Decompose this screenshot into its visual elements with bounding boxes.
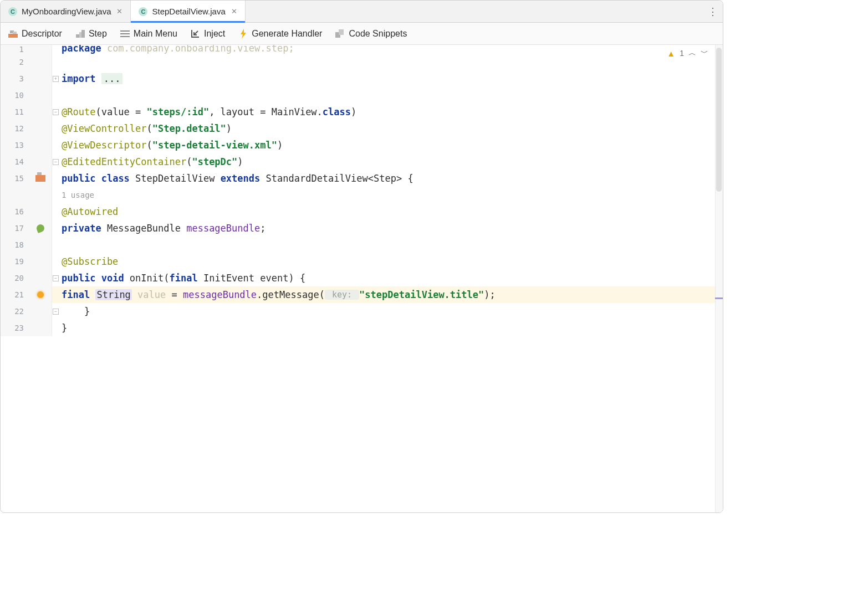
toolbar-label: Descriptor	[22, 29, 62, 39]
line-number: 10	[1, 87, 29, 104]
svg-rect-8	[120, 36, 130, 37]
line-number: 21	[1, 286, 29, 303]
toolbar-label: Main Menu	[134, 29, 177, 39]
line-number: 18	[1, 237, 29, 253]
editor-window: C MyOnboardingView.java ✕ C StepDetailVi…	[0, 0, 723, 513]
svg-rect-2	[13, 32, 17, 34]
code-snippets-button[interactable]: Code Snippets	[335, 29, 407, 39]
tab-myonboardingview[interactable]: C MyOnboardingView.java ✕	[1, 1, 131, 22]
line-number: 17	[1, 220, 29, 237]
toolbar-label: Generate Handler	[252, 29, 322, 39]
descriptor-icon	[8, 29, 18, 38]
toolbar-label: Step	[89, 29, 107, 39]
folded-region[interactable]: ...	[101, 73, 123, 84]
parameter-hint: key:	[325, 290, 359, 300]
tab-label: MyOnboardingView.java	[22, 7, 111, 16]
inject-button[interactable]: Inject	[191, 29, 225, 39]
inject-icon	[191, 29, 200, 38]
class-icon: C	[8, 7, 17, 16]
descriptor-gutter-icon[interactable]	[35, 175, 45, 182]
chevron-down-icon[interactable]: ﹀	[701, 48, 708, 58]
line-number	[1, 187, 29, 203]
descriptor-button[interactable]: Descriptor	[8, 29, 62, 39]
tab-stepdetailview[interactable]: C StepDetailView.java ✕	[131, 1, 245, 22]
line-number: 3	[1, 70, 29, 87]
line-number: 16	[1, 203, 29, 220]
tab-label: StepDetailView.java	[152, 7, 225, 16]
fold-end-icon[interactable]: −	[53, 309, 59, 315]
error-stripe[interactable]	[715, 45, 723, 512]
spring-bean-gutter-icon[interactable]	[35, 223, 45, 233]
intention-bulb-icon[interactable]	[37, 291, 44, 298]
line-number: 1	[1, 45, 29, 54]
line-number: 2	[1, 54, 29, 70]
close-icon[interactable]: ✕	[230, 7, 238, 16]
svg-rect-10	[339, 29, 344, 35]
line-number: 15	[1, 170, 29, 187]
fold-collapse-icon[interactable]: −	[53, 109, 59, 115]
more-icon[interactable]: ⋮	[703, 1, 723, 22]
code-lines: 1 package com.company.onboarding.view.st…	[1, 45, 723, 512]
close-icon[interactable]: ✕	[115, 7, 124, 16]
line-number: 11	[1, 104, 29, 120]
warning-icon: ▲	[667, 49, 675, 58]
step-icon	[75, 29, 85, 38]
toolbar-label: Code Snippets	[349, 29, 407, 39]
svg-rect-0	[8, 34, 18, 38]
stripe-marker[interactable]	[715, 297, 723, 299]
menu-icon	[120, 29, 130, 38]
warning-count: 1	[680, 49, 684, 58]
step-button[interactable]: Step	[75, 29, 107, 39]
toolbar-label: Inject	[204, 29, 225, 39]
line-number: 14	[1, 153, 29, 170]
code-editor[interactable]: 1 package com.company.onboarding.view.st…	[1, 45, 723, 512]
snippets-icon	[335, 29, 345, 38]
chevron-up-icon[interactable]: ︿	[688, 48, 696, 58]
svg-rect-6	[120, 30, 130, 32]
main-menu-button[interactable]: Main Menu	[120, 29, 177, 39]
fold-collapse-icon[interactable]: −	[53, 275, 59, 281]
tab-bar: C MyOnboardingView.java ✕ C StepDetailVi…	[1, 1, 723, 23]
line-number: 19	[1, 253, 29, 270]
editor-toolbar: Descriptor Step Main Menu Inject Generat…	[1, 23, 723, 45]
class-icon: C	[139, 7, 147, 16]
inspection-widget[interactable]: ▲ 1 ︿ ﹀	[667, 48, 708, 58]
line-number: 23	[1, 320, 29, 336]
svg-rect-3	[76, 34, 79, 38]
bolt-icon	[238, 29, 248, 38]
line-number: 12	[1, 120, 29, 137]
scrollbar-thumb[interactable]	[716, 48, 722, 192]
usages-hint[interactable]: 1 usage	[62, 191, 94, 199]
fold-collapse-icon[interactable]: −	[53, 159, 59, 165]
line-number: 13	[1, 137, 29, 153]
fold-expand-icon[interactable]: +	[53, 76, 59, 82]
generate-handler-button[interactable]: Generate Handler	[238, 29, 322, 39]
line-number: 22	[1, 303, 29, 320]
line-number: 20	[1, 270, 29, 286]
svg-rect-5	[81, 30, 85, 38]
svg-rect-7	[120, 33, 130, 34]
